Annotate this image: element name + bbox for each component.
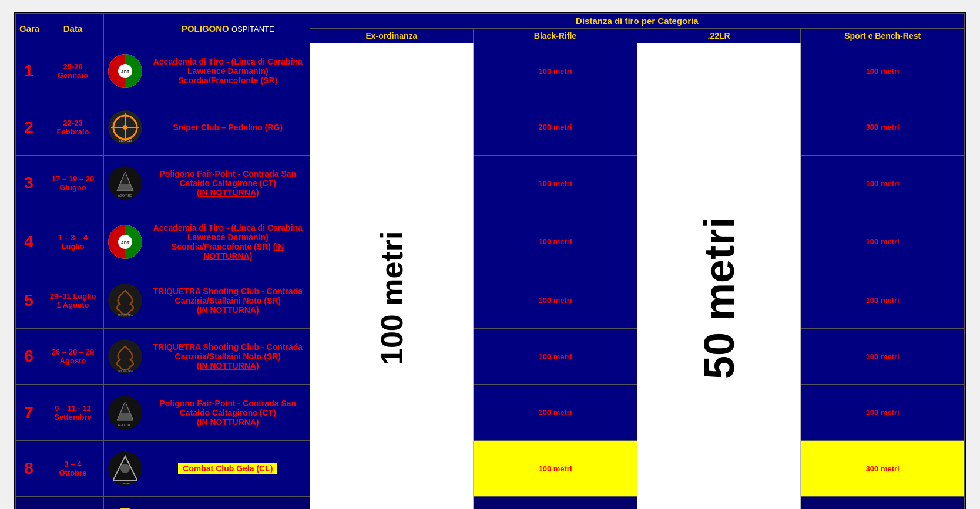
table-row: 222-23 FebbraioSNIPERCLUBSniper Club – P… — [16, 99, 965, 155]
col-sport-header: Sport e Bench-Rest — [801, 29, 965, 43]
row-poligono: Combat Club Gela (CL) — [146, 440, 310, 496]
table-body: 125-26 GennaioADTAccademia di Tiro - (Li… — [16, 43, 965, 510]
col-blackrifle-header: Black-Rifle — [474, 29, 637, 43]
row-poligono: Poligono Fair-Point - Contrada San Catal… — [146, 155, 310, 211]
svg-text:TRIQUETRA: TRIQUETRA — [117, 370, 132, 373]
svg-point-17 — [108, 339, 142, 373]
poligono-header-label: POLIGONO — [182, 23, 229, 33]
row-number: 4 — [16, 211, 42, 272]
row-blackrifle: 200 metri — [474, 497, 637, 509]
row-sport: 300 metri — [801, 440, 965, 496]
row-poligono: Poligono Fair-Point - Contrada San Catal… — [146, 385, 310, 440]
row-date: 26 – 28 – 29 Agosto — [42, 328, 104, 384]
row-poligono: Accademia di Tiro - (Linea di Carabina L… — [146, 43, 310, 99]
row-blackrifle: 100 metri — [474, 211, 637, 272]
schedule-table: Gara Data POLIGONO OSPITANTE Distanza di… — [15, 13, 965, 509]
row-date: 3 – 4 Ottobre — [42, 440, 104, 496]
exord-big-cell: 100 metri — [310, 43, 474, 510]
row-sport: 100 metri — [801, 328, 965, 384]
row-number: 5 — [16, 272, 42, 328]
row-date: 9 – 11 - 12 Settembre — [42, 385, 104, 440]
row-date: 29–31 Luglio 1 Agosto — [42, 272, 104, 328]
row-logo: ADT — [104, 211, 146, 272]
svg-text:AGO TIRO: AGO TIRO — [118, 423, 132, 427]
col-22lr-header: .22LR — [637, 29, 801, 43]
col-gara-header: Gara — [16, 14, 42, 43]
row-logo: TRIQUETRA — [104, 328, 146, 384]
row-blackrifle: 100 metri — [474, 385, 637, 440]
row-logo: COMBAT — [104, 440, 146, 496]
row-date: 24 – 25 Ottobre — [42, 497, 104, 509]
distanza-header: Distanza di tiro per Categoria — [310, 14, 964, 29]
row-logo: BLBLACK LION — [104, 497, 146, 509]
row-date: 1 – 3 – 4 Luglio — [42, 211, 104, 272]
table-row: 317 – 19 – 20 GiugnoAGO TIROPoligono Fai… — [16, 155, 965, 211]
row-blackrifle: 200 metri — [474, 99, 637, 155]
row-date: 22-23 Febbraio — [42, 99, 104, 155]
header-row-1: Gara Data POLIGONO OSPITANTE Distanza di… — [16, 14, 965, 29]
table-row: 41 – 3 – 4 LuglioADTAccademia di Tiro - … — [16, 211, 965, 272]
svg-text:ADT: ADT — [120, 70, 129, 74]
svg-text:CLUB: CLUB — [121, 114, 129, 118]
svg-text:TRIQUETRA: TRIQUETRA — [117, 314, 132, 317]
lr22-big-cell: 50 metri — [637, 43, 801, 510]
row-sport: 300 metri — [801, 99, 965, 155]
svg-point-15 — [108, 284, 142, 318]
row-poligono: Sniper Club – Pedalino (RG) — [146, 99, 310, 155]
row-poligono: TRIQUETRA Shooting Club - Contrada Canzi… — [146, 328, 310, 384]
table-row: 125-26 GennaioADTAccademia di Tiro - (Li… — [16, 43, 965, 99]
row-poligono: Poligono Cavafuoco – Castelvetrano (TP) — [146, 497, 310, 509]
row-logo: AGO TIRO — [104, 155, 146, 211]
table-row: 79 – 11 - 12 SettembreAGO TIROPoligono F… — [16, 385, 965, 440]
main-table-wrapper: Gara Data POLIGONO OSPITANTE Distanza di… — [14, 12, 966, 509]
svg-text:COMBAT: COMBAT — [120, 482, 130, 485]
row-poligono: Accademia di Tiro - (Linea di Carabina L… — [146, 211, 310, 272]
row-number: 9 — [16, 497, 42, 509]
svg-point-7 — [123, 125, 127, 130]
svg-text:ADT: ADT — [120, 241, 129, 245]
table-row: 529–31 Luglio 1 AgostoTRIQUETRATRIQUETRA… — [16, 272, 965, 328]
row-blackrifle: 100 metri — [474, 440, 637, 496]
table-row: 83 – 4 OttobreCOMBATCombat Club Gela (CL… — [16, 440, 965, 496]
row-sport: 100 metri — [801, 272, 965, 328]
col-data-header: Data — [42, 14, 104, 43]
row-logo: ADT — [104, 43, 146, 99]
row-logo: AGO TIRO — [104, 385, 146, 440]
row-number: 2 — [16, 99, 42, 155]
row-number: 3 — [16, 155, 42, 211]
row-sport: 100 metri — [801, 211, 965, 272]
row-blackrifle: 100 metri — [474, 328, 637, 384]
row-sport: 200 metri — [801, 497, 965, 509]
table-row: 626 – 28 – 29 AgostoTRIQUETRATRIQUETRA S… — [16, 328, 965, 384]
svg-point-23 — [120, 464, 130, 473]
row-date: 25-26 Gennaio — [42, 43, 104, 99]
col-logo-header — [104, 14, 146, 43]
row-logo: SNIPERCLUB — [104, 99, 146, 155]
row-sport: 100 metri — [801, 385, 965, 440]
table-row: 924 – 25 OttobreBLBLACK LIONPoligono Cav… — [16, 497, 965, 509]
row-number: 7 — [16, 385, 42, 440]
row-number: 1 — [16, 43, 42, 99]
row-sport: 100 metri — [801, 155, 965, 211]
svg-text:SNIPER: SNIPER — [118, 139, 132, 143]
row-blackrifle: 100 metri — [474, 155, 637, 211]
col-exord-header: Ex-ordinanza — [310, 29, 474, 43]
row-sport: 100 metri — [801, 43, 965, 99]
row-logo: TRIQUETRA — [104, 272, 146, 328]
row-poligono: TRIQUETRA Shooting Club - Contrada Canzi… — [146, 272, 310, 328]
poligono-header-sublabel: OSPITANTE — [231, 25, 274, 33]
row-blackrifle: 100 metri — [474, 272, 637, 328]
row-number: 8 — [16, 440, 42, 496]
row-date: 17 – 19 – 20 Giugno — [42, 155, 104, 211]
row-number: 6 — [16, 328, 42, 384]
svg-text:AGO TIRO: AGO TIRO — [118, 194, 132, 197]
row-blackrifle: 100 metri — [474, 43, 637, 99]
